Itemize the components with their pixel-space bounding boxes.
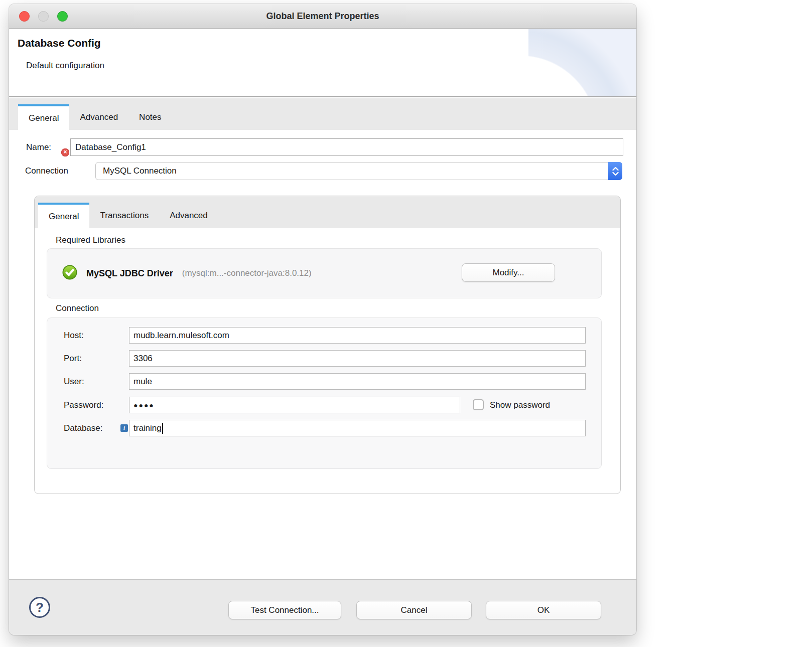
dialog-footer: ? Test Connection... Cancel OK [9,579,636,635]
inner-tab-transactions-label: Transactions [100,211,149,221]
connection-label: Connection [25,162,68,180]
user-label: User: [64,373,84,390]
driver-name: MySQL JDBC Driver [86,268,173,279]
help-icon[interactable]: ? [29,597,50,618]
driver-row: MySQL JDBC Driver (mysql:m...-connector-… [62,249,312,298]
title-bar[interactable]: Global Element Properties [9,4,636,29]
port-label: Port: [64,350,82,367]
window-title: Global Element Properties [9,4,636,29]
modify-button[interactable]: Modify... [462,263,555,282]
test-connection-button[interactable]: Test Connection... [228,601,341,619]
connection-config-panel: General Transactions Advanced Required L… [34,196,621,494]
driver-detail: (mysql:m...-connector-java:8.0.12) [182,268,312,278]
inner-tab-strip: General Transactions Advanced [35,196,620,228]
required-libraries-title: Required Libraries [56,235,125,245]
required-libraries-box: MySQL JDBC Driver (mysql:m...-connector-… [47,248,602,298]
dialog-header: Database Config Default configuration [9,29,636,97]
port-value: 3306 [133,354,153,364]
cancel-button[interactable]: Cancel [356,601,472,619]
connection-select[interactable]: MySQL Connection [95,162,622,180]
password-value: ●●●● [133,401,155,409]
database-input[interactable]: training [129,420,586,436]
ok-button[interactable]: OK [486,601,601,619]
inner-tab-advanced-label: Advanced [170,211,208,221]
connection-section-title: Connection [56,303,99,313]
database-value: training [133,423,162,433]
general-tab-content: Name: × Database_Config1 Connection MySQ… [9,130,636,579]
page-title: Database Config [18,37,101,49]
host-input[interactable]: mudb.learn.mulesoft.com [129,327,586,344]
outer-tab-strip: General Advanced Notes [9,98,636,130]
tab-advanced-label: Advanced [80,112,118,122]
global-element-properties-dialog: Global Element Properties Database Confi… [9,4,636,635]
tab-general[interactable]: General [18,104,69,130]
success-check-icon [62,265,77,282]
name-label: Name: [26,138,51,156]
inner-tab-advanced[interactable]: Advanced [159,203,218,228]
password-input[interactable]: ●●●● [129,397,460,413]
info-icon: i [120,424,128,432]
show-password-checkbox[interactable] [473,399,484,410]
name-value: Database_Config1 [75,142,146,152]
user-value: mule [133,377,152,387]
host-label: Host: [64,327,84,344]
connection-fields-box: Host: mudb.learn.mulesoft.com Port: 3306… [47,317,602,469]
tab-general-label: General [29,113,59,123]
password-label: Password: [64,397,103,413]
tab-notes-label: Notes [139,112,161,122]
connection-selected-value: MySQL Connection [103,166,177,176]
tab-advanced[interactable]: Advanced [69,104,128,130]
user-input[interactable]: mule [129,373,586,390]
name-input[interactable]: Database_Config1 [70,138,623,156]
chevron-up-down-icon[interactable] [608,162,622,180]
show-password-label: Show password [490,397,550,413]
host-value: mudb.learn.mulesoft.com [133,331,229,341]
database-label: Database: [64,420,103,436]
tab-notes[interactable]: Notes [128,104,172,130]
inner-tab-general-label: General [49,212,79,222]
error-icon: × [61,148,69,156]
port-input[interactable]: 3306 [129,350,586,367]
inner-tab-general[interactable]: General [38,203,89,228]
header-decoration [528,29,636,97]
inner-tab-transactions[interactable]: Transactions [89,203,159,228]
text-cursor [162,423,163,434]
page-subtitle: Default configuration [26,61,104,71]
